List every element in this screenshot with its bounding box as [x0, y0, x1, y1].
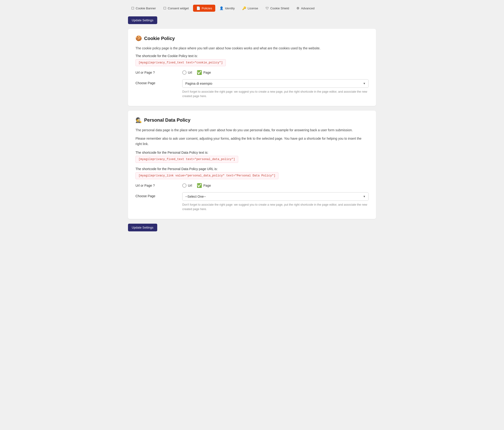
- personal-data-policy-url-option[interactable]: Url: [182, 183, 192, 188]
- personal-data-policy-page-option[interactable]: ✅ Page: [197, 183, 211, 188]
- personal-data-policy-shortcode-url: [myagileprivacy_link value="personal_dat…: [135, 172, 279, 179]
- personal-data-policy-card: 🕵 Personal Data Policy The personal data…: [128, 111, 376, 219]
- cookie-policy-choose-page-right: Pagina di esempio ▼ Don't forget to asso…: [182, 79, 369, 99]
- cookie-policy-page-option[interactable]: ✅ Page: [197, 71, 211, 75]
- personal-data-policy-description1: The personal data page is the place wher…: [135, 127, 369, 133]
- cookie-policy-choose-page-row: Choose Page Pagina di esempio ▼ Don't fo…: [135, 79, 369, 99]
- personal-data-policy-radio-group: Url ✅ Page: [182, 183, 211, 188]
- personal-data-policy-description2: Please remember also to ask user consent…: [135, 136, 369, 146]
- tab-identity[interactable]: 👤 Identity: [216, 5, 238, 12]
- tab-policies-label: Policies: [202, 7, 212, 10]
- cookie-policy-description: The cookie policy page is the place wher…: [135, 46, 369, 51]
- personal-data-policy-choose-page-label: Choose Page: [135, 192, 182, 198]
- cookie-policy-page-radio-checked[interactable]: ✅: [197, 71, 202, 75]
- personal-data-policy-url-or-page-row: Url or Page ? Url ✅ Page: [135, 183, 369, 188]
- personal-data-policy-page-hint: Don't forget to associate the right page…: [182, 203, 369, 212]
- consent-widget-icon: ☐: [163, 6, 166, 10]
- personal-data-policy-choose-page-row: Choose Page --Select One-- ▼ Don't forge…: [135, 192, 369, 212]
- personal-data-policy-shortcode-url-label: The shortcode for the Personal Data Poli…: [135, 167, 369, 171]
- personal-data-policy-title: 🕵 Personal Data Policy: [135, 117, 369, 123]
- tab-advanced-label: Advanced: [301, 7, 315, 10]
- tab-license[interactable]: 🔑 License: [239, 5, 261, 12]
- cookie-policy-title-icon: 🍪: [135, 35, 142, 41]
- personal-data-policy-page-radio-checked[interactable]: ✅: [197, 183, 202, 188]
- cookie-policy-url-or-page-row: Url or Page ? Url ✅ Page: [135, 71, 369, 75]
- tab-cookie-shield[interactable]: 🛡 Cookie Shield: [262, 5, 292, 12]
- tab-license-label: License: [248, 7, 258, 10]
- personal-data-policy-title-icon: 🕵: [135, 117, 142, 123]
- tab-advanced[interactable]: ⚙ Advanced: [293, 5, 318, 12]
- cookie-policy-radio-group: Url ✅ Page: [182, 71, 211, 75]
- tab-consent-widget[interactable]: ☐ Consent widget: [160, 5, 192, 12]
- tab-navigation: ☐ Cookie Banner ☐ Consent widget 📄 Polic…: [128, 5, 376, 12]
- cookie-shield-icon: 🛡: [266, 6, 269, 10]
- cookie-policy-card: 🍪 Cookie Policy The cookie policy page i…: [128, 29, 376, 106]
- cookie-policy-shortcode: [myagileprivacy_fixed_text text="cookie_…: [135, 59, 226, 66]
- cookie-policy-page-select[interactable]: Pagina di esempio: [182, 79, 369, 88]
- personal-data-policy-page-select[interactable]: --Select One--: [182, 192, 369, 201]
- advanced-icon: ⚙: [297, 6, 299, 10]
- personal-data-policy-url-or-page-label: Url or Page ?: [135, 184, 182, 187]
- license-icon: 🔑: [242, 6, 246, 10]
- tab-cookie-banner-label: Cookie Banner: [136, 7, 156, 10]
- cookie-policy-url-or-page-label: Url or Page ?: [135, 71, 182, 74]
- cookie-policy-shortcode-label: The shortcode for the Cookie Policy text…: [135, 54, 369, 58]
- cookie-policy-title: 🍪 Cookie Policy: [135, 35, 369, 41]
- cookie-policy-page-hint: Don't forget to associate the right page…: [182, 90, 369, 99]
- policies-icon: 📄: [196, 6, 200, 10]
- tab-cookie-banner[interactable]: ☐ Cookie Banner: [128, 5, 159, 12]
- cookie-banner-icon: ☐: [131, 6, 134, 10]
- identity-icon: 👤: [219, 6, 224, 10]
- cookie-policy-select-wrapper: Pagina di esempio ▼: [182, 79, 369, 88]
- cookie-policy-url-option[interactable]: Url: [182, 71, 192, 75]
- personal-data-policy-shortcode-text-label: The shortcode for the Personal Data Poli…: [135, 151, 369, 154]
- tab-cookie-shield-label: Cookie Shield: [270, 7, 289, 10]
- cookie-policy-url-radio[interactable]: [182, 71, 187, 75]
- tab-consent-widget-label: Consent widget: [168, 7, 189, 10]
- update-settings-bottom-button[interactable]: Update Settings: [128, 224, 157, 231]
- personal-data-policy-choose-page-right: --Select One-- ▼ Don't forget to associa…: [182, 192, 369, 212]
- tab-identity-label: Identity: [225, 7, 235, 10]
- personal-data-policy-url-radio[interactable]: [182, 183, 187, 188]
- personal-data-policy-select-wrapper: --Select One-- ▼: [182, 192, 369, 201]
- tab-policies[interactable]: 📄 Policies: [193, 5, 216, 12]
- personal-data-policy-shortcode-text: [myagileprivacy_fixed_text text="persona…: [135, 156, 238, 163]
- update-settings-top-button[interactable]: Update Settings: [128, 16, 157, 24]
- cookie-policy-choose-page-label: Choose Page: [135, 79, 182, 85]
